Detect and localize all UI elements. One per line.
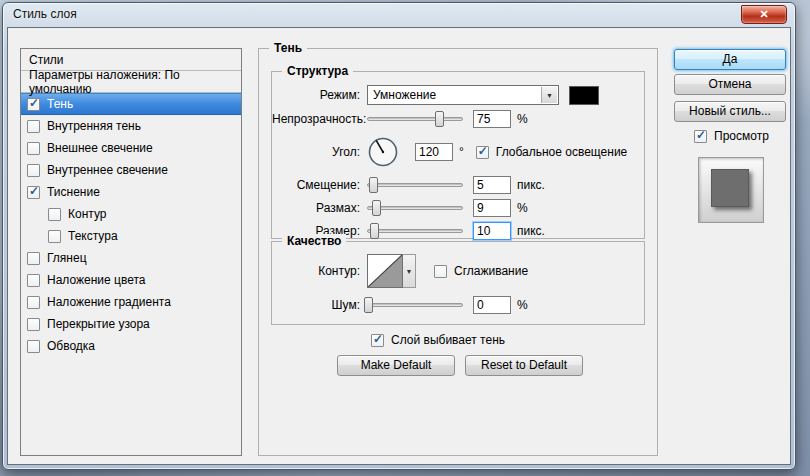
angle-unit: ° [459, 145, 464, 159]
sidebar-item-inner-glow[interactable]: Внутреннее свечение [21, 159, 241, 181]
size-slider-thumb[interactable] [370, 223, 379, 239]
noise-slider[interactable] [367, 296, 463, 314]
preview-option[interactable]: Просмотр [694, 129, 786, 143]
dialog-body: Стили Параметры наложения: По умолчанию … [7, 27, 791, 465]
noise-row: Шум: % [272, 296, 644, 314]
checkbox-drop-shadow[interactable] [27, 98, 40, 111]
distance-row: Смещение: пикс. [272, 176, 644, 194]
structure-group-title: Структура [282, 64, 353, 78]
opacity-label: Непрозрачность: [272, 112, 360, 126]
antialias-checkbox[interactable] [434, 265, 447, 278]
mode-label: Режим: [272, 88, 360, 102]
reset-default-button[interactable]: Reset to Default [465, 355, 583, 376]
contour-row: Контур: ▼ Сглаж [272, 254, 644, 288]
size-slider[interactable] [367, 222, 463, 240]
knockout-option[interactable]: Слой выбивает тень [371, 333, 505, 347]
titlebar[interactable]: Стиль слоя ✕ [3, 3, 795, 26]
knockout-label: Слой выбивает тень [391, 333, 505, 347]
spread-unit: % [517, 201, 528, 215]
global-light-label: Глобальное освещение [496, 145, 627, 159]
quality-group-title: Качество [282, 234, 346, 248]
checkbox-texture[interactable] [48, 230, 61, 243]
style-preview-swatch [711, 169, 749, 207]
spread-slider-thumb[interactable] [372, 200, 381, 216]
noise-label: Шум: [272, 298, 360, 312]
opacity-unit: % [517, 112, 528, 126]
noise-unit: % [517, 298, 528, 312]
sidebar-item-drop-shadow[interactable]: Тень [21, 93, 241, 115]
distance-slider[interactable] [367, 176, 463, 194]
opacity-slider[interactable] [367, 110, 463, 128]
blend-mode-value: Умножение [373, 88, 436, 102]
antialias-option[interactable]: Сглаживание [434, 264, 528, 278]
opacity-input[interactable] [473, 110, 511, 128]
noise-input[interactable] [473, 296, 511, 314]
checkbox-color-overlay[interactable] [27, 274, 40, 287]
window-title: Стиль слоя [13, 7, 77, 21]
spread-input[interactable] [473, 199, 511, 217]
distance-input[interactable] [473, 176, 511, 194]
preview-label: Просмотр [714, 129, 769, 143]
contour-dropdown-icon[interactable]: ▼ [403, 254, 416, 288]
distance-label: Смещение: [272, 178, 360, 192]
checkbox-satin[interactable] [27, 252, 40, 265]
size-slider-track [367, 229, 463, 233]
structure-group: Структура Режим: Умножение ▼ Непрозрачно… [271, 71, 645, 239]
spread-label: Размах: [272, 201, 360, 215]
checkbox-stroke[interactable] [27, 340, 40, 353]
sidebar-item-inner-shadow[interactable]: Внутренняя тень [21, 115, 241, 137]
sidebar-item-satin[interactable]: Глянец [21, 247, 241, 269]
global-light-checkbox[interactable] [476, 146, 489, 159]
global-light-option[interactable]: Глобальное освещение [476, 145, 627, 159]
spread-slider[interactable] [367, 199, 463, 217]
angle-row: Угол: ° Глобальное освещение [272, 133, 644, 171]
contour-picker[interactable]: ▼ [367, 254, 416, 288]
checkbox-inner-glow[interactable] [27, 164, 40, 177]
quality-group: Качество Контур: ▼ [271, 241, 645, 325]
checkbox-gradient-overlay[interactable] [27, 296, 40, 309]
angle-input[interactable] [415, 143, 453, 161]
sidebar-item-pattern-overlay[interactable]: Перекрытие узора [21, 313, 241, 335]
checkbox-outer-glow[interactable] [27, 142, 40, 155]
desktop-background: Стиль слоя ✕ Стили Параметры наложения: … [0, 0, 810, 476]
layer-style-dialog: Стиль слоя ✕ Стили Параметры наложения: … [2, 2, 796, 470]
noise-slider-track [367, 303, 463, 307]
ok-button[interactable]: Да [674, 49, 786, 70]
sidebar-item-color-overlay[interactable]: Наложение цвета [21, 269, 241, 291]
checkbox-pattern-overlay[interactable] [27, 318, 40, 331]
angle-dial[interactable] [367, 136, 399, 168]
make-default-button[interactable]: Make Default [337, 355, 455, 376]
distance-unit: пикс. [517, 178, 545, 192]
checkbox-contour[interactable] [48, 208, 61, 221]
sidebar-item-texture[interactable]: Текстура [21, 225, 241, 247]
contour-label: Контур: [272, 264, 360, 278]
sidebar-item-bevel-emboss[interactable]: Тиснение [21, 181, 241, 203]
styles-list: Стили Параметры наложения: По умолчанию … [20, 48, 242, 456]
chevron-down-icon: ▼ [541, 87, 557, 103]
sidebar-item-blending-options[interactable]: Параметры наложения: По умолчанию [21, 71, 241, 93]
default-buttons-row: Make Default Reset to Default [337, 355, 583, 376]
spread-row: Размах: % [272, 199, 644, 217]
sidebar-item-gradient-overlay[interactable]: Наложение градиента [21, 291, 241, 313]
angle-label: Угол: [272, 145, 360, 159]
distance-slider-thumb[interactable] [369, 177, 378, 193]
checkbox-inner-shadow[interactable] [27, 120, 40, 133]
opacity-slider-thumb[interactable] [435, 111, 444, 127]
knockout-checkbox[interactable] [371, 334, 384, 347]
distance-slider-track [367, 183, 463, 187]
sidebar-item-stroke[interactable]: Обводка [21, 335, 241, 357]
noise-slider-thumb[interactable] [364, 297, 373, 313]
sidebar-item-contour[interactable]: Контур [21, 203, 241, 225]
cancel-button[interactable]: Отмена [674, 74, 786, 95]
contour-thumbnail-icon[interactable] [367, 254, 403, 288]
close-button[interactable]: ✕ [741, 5, 787, 24]
shadow-color-swatch[interactable] [569, 86, 599, 105]
size-input[interactable] [473, 222, 511, 240]
sidebar-item-outer-glow[interactable]: Внешнее свечение [21, 137, 241, 159]
checkbox-bevel-emboss[interactable] [27, 186, 40, 199]
preview-checkbox[interactable] [694, 130, 707, 143]
blend-mode-select[interactable]: Умножение ▼ [367, 85, 559, 105]
blend-mode-row: Режим: Умножение ▼ [272, 85, 644, 105]
new-style-button[interactable]: Новый стиль... [674, 101, 786, 122]
opacity-slider-track [367, 117, 463, 121]
